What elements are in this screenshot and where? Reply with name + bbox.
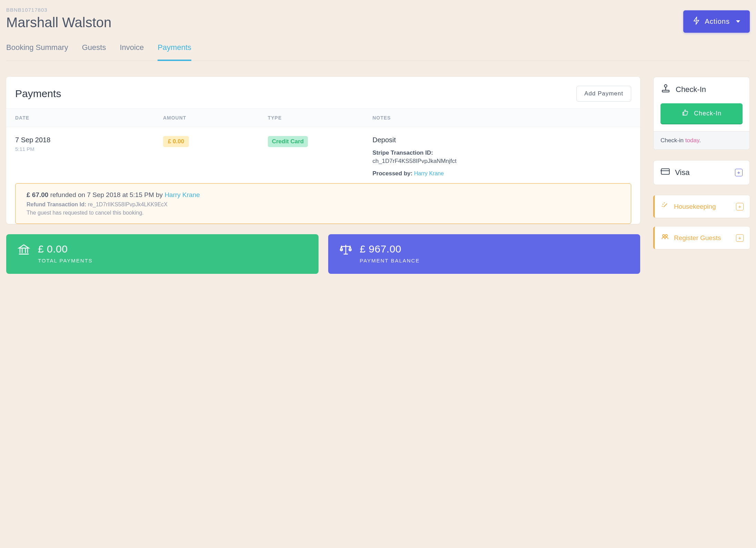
payment-row: 7 Sep 2018 5:11 PM £ 0.00 Credit Card De…	[6, 127, 640, 177]
housekeeping-label: Housekeeping	[674, 203, 716, 210]
svg-line-13	[664, 204, 667, 207]
visa-label: Visa	[675, 168, 689, 177]
refund-reason: The guest has requested to cancel this b…	[27, 210, 620, 216]
checkin-button[interactable]: Check-In	[661, 103, 743, 124]
checkin-today: today	[685, 137, 699, 144]
svg-point-18	[665, 235, 667, 237]
payment-note-title: Deposit	[372, 136, 631, 144]
visa-card: Visa +	[653, 160, 750, 185]
payment-amount: £ 0.00	[163, 136, 189, 147]
payment-balance-card: £ 967.00 PAYMENT BALANCE	[328, 234, 641, 274]
register-guests-card[interactable]: Register Guests +	[653, 227, 750, 249]
lightning-icon	[693, 17, 700, 27]
register-guests-label: Register Guests	[674, 234, 721, 242]
joystick-icon	[661, 83, 671, 96]
checkin-card: Check-In Check-In Check-in today.	[653, 77, 750, 150]
refund-by-link[interactable]: Harry Krane	[164, 191, 200, 198]
guest-name: Marshall Walston	[6, 15, 111, 30]
add-payment-button[interactable]: Add Payment	[576, 86, 631, 102]
refund-notice: £ 67.00 refunded on 7 Sep 2018 at 5:15 P…	[15, 183, 631, 224]
tabs: Booking Summary Guests Invoice Payments	[6, 43, 750, 61]
visa-add-button[interactable]: +	[735, 169, 743, 176]
thumbs-up-icon	[682, 109, 689, 118]
balance-label: PAYMENT BALANCE	[360, 258, 420, 263]
refund-text: refunded on 7 Sep 2018 at 5:15 PM by	[48, 191, 164, 198]
svg-point-17	[663, 235, 665, 237]
payment-date: 7 Sep 2018	[15, 136, 163, 144]
actions-label: Actions	[705, 18, 730, 25]
total-payments-card: £ 0.00 TOTAL PAYMENTS	[6, 234, 319, 274]
tab-guests[interactable]: Guests	[82, 43, 106, 61]
stripe-id-value: ch_1D7rF4KS58IPvpJkaNMnjfct	[372, 158, 631, 165]
processed-by-label: Processed by:	[372, 170, 412, 177]
col-notes: NOTES	[372, 115, 631, 121]
payment-type: Credit Card	[268, 136, 308, 147]
tab-payments[interactable]: Payments	[158, 43, 191, 61]
payments-table-header: DATE AMOUNT TYPE NOTES	[6, 108, 640, 127]
col-type: TYPE	[268, 115, 373, 121]
svg-point-8	[664, 85, 667, 87]
guests-icon	[661, 233, 669, 243]
total-payments-label: TOTAL PAYMENTS	[38, 258, 93, 263]
housekeeping-card[interactable]: Housekeeping +	[653, 195, 750, 218]
bank-icon	[17, 243, 30, 258]
svg-point-15	[664, 203, 665, 203]
svg-rect-10	[662, 90, 669, 92]
balance-amount: £ 967.00	[360, 243, 420, 255]
payment-time: 5:11 PM	[15, 146, 163, 152]
booking-id: BBNB10717803	[6, 7, 111, 13]
actions-button[interactable]: Actions	[683, 10, 750, 33]
payments-card: Payments Add Payment DATE AMOUNT TYPE NO…	[6, 77, 640, 224]
register-guests-add-button[interactable]: +	[736, 234, 744, 242]
svg-point-16	[662, 206, 663, 207]
magic-wand-icon	[661, 201, 669, 211]
checkin-message: Check-in today.	[654, 131, 749, 149]
tab-booking-summary[interactable]: Booking Summary	[6, 43, 68, 61]
checkin-title: Check-In	[676, 85, 706, 94]
stripe-id-label: Stripe Transaction ID:	[372, 149, 631, 156]
scales-icon	[339, 243, 352, 258]
svg-rect-11	[661, 169, 669, 174]
page-header: BBNB10717803 Marshall Walston Actions	[6, 7, 750, 33]
refund-id-value: re_1D7rIIKS58IPvpJk4LKK9EcX	[88, 201, 168, 207]
payments-title: Payments	[15, 88, 61, 100]
total-payments-amount: £ 0.00	[38, 243, 93, 255]
tab-invoice[interactable]: Invoice	[120, 43, 144, 61]
refund-id-label: Refund Transaction Id:	[27, 201, 86, 207]
processed-by-link[interactable]: Harry Krane	[414, 170, 444, 176]
caret-down-icon	[736, 20, 740, 23]
checkin-button-label: Check-In	[694, 110, 722, 117]
col-amount: AMOUNT	[163, 115, 268, 121]
svg-point-14	[663, 204, 663, 205]
housekeeping-add-button[interactable]: +	[736, 203, 744, 210]
refund-amount: £ 67.00	[27, 191, 48, 198]
credit-card-icon	[661, 167, 670, 178]
col-date: DATE	[15, 115, 163, 121]
